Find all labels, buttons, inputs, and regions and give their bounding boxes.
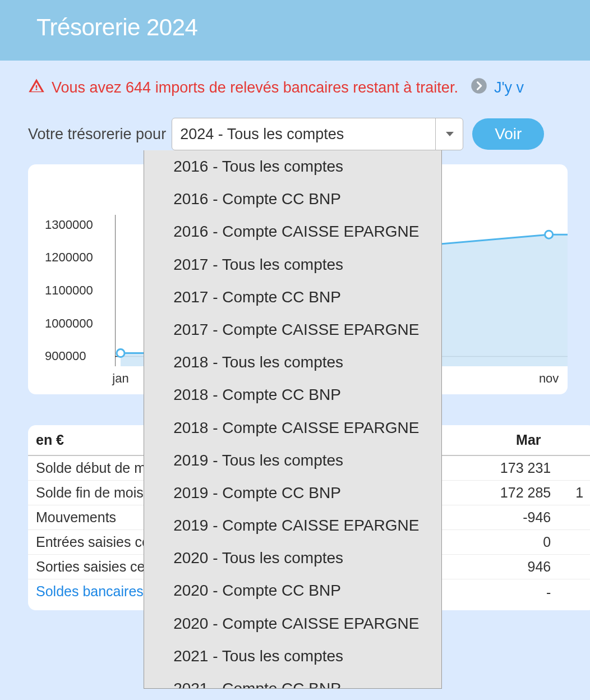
account-option[interactable]: 2017 - Compte CAISSE EPARGNE <box>144 314 441 346</box>
svg-point-0 <box>471 78 487 94</box>
account-option[interactable]: 2021 - Tous les comptes <box>144 640 441 673</box>
account-option[interactable]: 2021 - Compte CC BNP <box>144 673 441 689</box>
y-tick-label: 1300000 <box>45 218 93 232</box>
y-tick-label: 900000 <box>45 349 86 363</box>
account-option[interactable]: 2016 - Compte CAISSE EPARGNE <box>144 215 441 248</box>
row-value: 173 231 <box>489 455 568 481</box>
account-select[interactable]: 2024 - Tous les comptes <box>172 118 463 150</box>
account-option[interactable]: 2016 - Compte CC BNP <box>144 183 441 215</box>
y-tick-label: 1100000 <box>45 283 93 298</box>
filter-row: Votre trésorerie pour 2024 - Tous les co… <box>28 118 590 150</box>
row-value: -946 <box>489 505 568 530</box>
account-option[interactable]: 2017 - Compte CC BNP <box>144 281 441 314</box>
account-select-value: 2024 - Tous les comptes <box>180 126 344 143</box>
account-option[interactable]: 2018 - Compte CC BNP <box>144 379 441 411</box>
filter-label: Votre trésorerie pour <box>28 126 166 143</box>
account-dropdown[interactable]: 2016 - Tous les comptes2016 - Compte CC … <box>144 150 442 689</box>
page-header: Trésorerie 2024 <box>0 0 590 61</box>
account-option[interactable]: 2020 - Compte CC BNP <box>144 574 441 607</box>
x-tick-label: nov <box>539 371 559 386</box>
x-tick-label: jan <box>112 371 128 386</box>
y-tick-label: 1200000 <box>45 250 93 265</box>
warning-icon <box>28 77 45 98</box>
main-content: Vous avez 644 imports de relevés bancair… <box>0 61 590 610</box>
table-header-month: Mar <box>489 425 568 455</box>
account-select-wrap: 2024 - Tous les comptes 2016 - Tous les … <box>172 118 463 150</box>
alert-banner: Vous avez 644 imports de relevés bancair… <box>28 77 590 98</box>
row-value: 0 <box>489 530 568 555</box>
svg-point-4 <box>545 231 553 238</box>
account-option[interactable]: 2019 - Compte CAISSE EPARGNE <box>144 509 441 542</box>
soldes-value: - <box>489 579 568 606</box>
select-caret-button[interactable] <box>435 118 463 150</box>
chevron-down-icon <box>446 132 454 136</box>
account-option[interactable]: 2019 - Tous les comptes <box>144 444 441 477</box>
account-option[interactable]: 2017 - Tous les comptes <box>144 248 441 281</box>
account-option[interactable]: 2018 - Tous les comptes <box>144 346 441 379</box>
y-tick-label: 1000000 <box>45 316 93 331</box>
svg-point-1 <box>117 349 125 357</box>
account-option[interactable]: 2020 - Compte CAISSE EPARGNE <box>144 607 441 640</box>
row-value: 172 285 <box>489 481 568 505</box>
view-button[interactable]: Voir <box>472 118 544 150</box>
alert-text: Vous avez 644 imports de relevés bancair… <box>52 79 458 96</box>
account-option[interactable]: 2016 - Tous les comptes <box>144 150 441 183</box>
alert-link[interactable]: J'y v <box>494 79 524 96</box>
account-option[interactable]: 2018 - Compte CAISSE EPARGNE <box>144 412 441 444</box>
row-value: 946 <box>489 555 568 579</box>
account-option[interactable]: 2019 - Compte CC BNP <box>144 477 441 509</box>
arrow-circle-icon[interactable] <box>471 77 487 98</box>
page-title: Trésorerie 2024 <box>36 14 197 40</box>
account-option[interactable]: 2020 - Tous les comptes <box>144 542 441 574</box>
